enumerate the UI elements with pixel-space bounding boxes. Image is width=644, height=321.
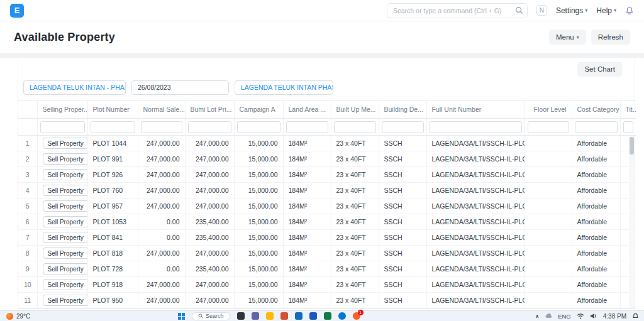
column-header-title[interactable]: Tit... — [620, 101, 636, 119]
taskbar-search-label: Search — [206, 313, 224, 319]
table-row: 10Sell PropertyPLOT 918247,000.00247,000… — [18, 277, 636, 293]
sell-property-button[interactable]: Sell Property — [43, 153, 88, 165]
cell-normal_sale: 247,000.00 — [138, 183, 185, 199]
cell-action: Sell Property — [37, 214, 87, 230]
column-filter-input-building[interactable] — [382, 121, 424, 133]
column-filter-input-title[interactable] — [623, 121, 634, 133]
cell-cost: Affordable — [572, 183, 620, 199]
sell-property-button[interactable]: Sell Property — [43, 169, 88, 180]
cell-action: Sell Property — [37, 293, 87, 308]
sell-property-button[interactable]: Sell Property — [43, 200, 88, 212]
table-filter-row — [18, 119, 636, 136]
sell-property-button[interactable]: Sell Property — [43, 138, 88, 149]
row-number: 9 — [18, 261, 37, 277]
cell-action: Sell Property — [37, 151, 87, 167]
cell-normal_sale: 247,000.00 — [138, 199, 185, 214]
language-indicator[interactable]: ENG — [558, 313, 571, 320]
table-scrollbar[interactable] — [629, 136, 635, 308]
teams-icon[interactable] — [252, 312, 259, 320]
project-filter[interactable]: LAGENDA TELUK INTAN - PHASE 3A — [23, 80, 126, 95]
column-filter-input-action[interactable] — [40, 121, 85, 133]
cell-plot: PLOT 918 — [87, 277, 138, 293]
user-avatar[interactable]: N — [536, 5, 547, 16]
cell-cost: Affordable — [572, 214, 620, 230]
firefox-icon[interactable]: 1 — [353, 312, 360, 320]
sell-property-button[interactable]: Sell Property — [43, 263, 88, 275]
app-logo[interactable]: E — [10, 4, 24, 18]
column-header-normal_sale[interactable]: Normal Sale... — [138, 101, 185, 119]
column-header-building[interactable]: Building De... — [379, 101, 426, 119]
start-button-icon[interactable] — [178, 313, 185, 320]
column-filter-input-built[interactable] — [334, 121, 376, 133]
sell-property-button[interactable]: Sell Property — [43, 216, 88, 227]
column-header-campaign[interactable]: Campaign A — [234, 101, 283, 119]
cell-full_unit: LAGENDA/3A/LTI/SSCH-IL-PLOT ... — [426, 261, 525, 277]
cell-floor — [525, 199, 572, 214]
sell-property-button[interactable]: Sell Property — [43, 232, 88, 243]
clock-icon[interactable] — [237, 312, 245, 320]
sell-property-button[interactable]: Sell Property — [43, 295, 88, 306]
cell-cost: Affordable — [572, 277, 620, 293]
excel-icon[interactable] — [324, 312, 331, 320]
column-header-floor[interactable]: Floor Level — [525, 101, 572, 119]
cell-full_unit: LAGENDA/3A/LTI/SSCH-IL-PLOT ... — [426, 167, 525, 183]
column-filter-input-bumi[interactable] — [188, 121, 231, 133]
cell-bumi: 247,000.00 — [185, 151, 234, 167]
cell-campaign: 15,000.00 — [234, 151, 283, 167]
sell-property-button[interactable]: Sell Property — [43, 279, 88, 290]
column-filter-input-floor[interactable] — [528, 121, 569, 133]
taskbar-widgets[interactable]: 29°C — [0, 313, 30, 320]
date-filter[interactable]: 26/08/2023 — [131, 80, 229, 95]
filter-cell-full_unit — [426, 119, 525, 136]
bell-icon[interactable] — [625, 6, 634, 15]
clock-label[interactable]: 4:38 PM — [603, 313, 626, 320]
column-header-num[interactable] — [18, 101, 37, 119]
table-row: 9Sell PropertyPLOT 7280.00235,400.0015,0… — [18, 261, 636, 277]
word-icon[interactable] — [309, 312, 317, 320]
cell-normal_sale: 247,000.00 — [138, 246, 185, 261]
cell-floor — [525, 293, 572, 308]
powerpoint-icon[interactable] — [280, 312, 288, 320]
column-header-bumi[interactable]: Bumi Lot Pri... — [185, 101, 234, 119]
filter-cell-land — [283, 119, 331, 136]
cell-campaign: 15,000.00 — [234, 261, 283, 277]
taskbar-search[interactable]: Search — [192, 312, 230, 320]
column-filter-input-full_unit[interactable] — [430, 121, 522, 133]
column-header-cost[interactable]: Cost Category — [572, 101, 620, 119]
column-header-full_unit[interactable]: Full Unit Number — [426, 101, 525, 119]
column-header-action[interactable]: Selling Proper... — [37, 101, 87, 119]
cell-campaign: 15,000.00 — [234, 293, 283, 308]
sell-property-button[interactable]: Sell Property — [43, 185, 88, 196]
settings-menu[interactable]: Settings ▾ — [556, 6, 587, 15]
menu-button[interactable]: Menu ▾ — [549, 30, 586, 45]
search-input[interactable] — [387, 3, 528, 18]
column-filter-input-plot[interactable] — [91, 121, 135, 133]
notification-center-icon[interactable] — [632, 313, 639, 320]
cell-floor — [525, 183, 572, 199]
cell-normal_sale: 0.00 — [138, 230, 185, 246]
edge-icon[interactable] — [338, 312, 346, 320]
set-chart-button[interactable]: Set Chart — [577, 62, 622, 77]
column-filter-input-cost[interactable] — [575, 121, 618, 133]
column-filter-input-campaign[interactable] — [237, 121, 280, 133]
outlook-icon[interactable] — [295, 312, 303, 320]
column-header-plot[interactable]: Plot Number — [87, 101, 138, 119]
cell-building: SSCH — [379, 183, 426, 199]
sell-property-button[interactable]: Sell Property — [43, 248, 88, 259]
cell-bumi: 247,000.00 — [185, 136, 234, 151]
column-header-built[interactable]: Built Up Me... — [331, 101, 379, 119]
wifi-icon[interactable] — [577, 313, 584, 319]
column-header-land[interactable]: Land Area ... — [283, 101, 331, 119]
onedrive-icon[interactable] — [545, 313, 552, 318]
volume-icon[interactable] — [590, 313, 597, 319]
file-explorer-icon[interactable] — [266, 312, 274, 320]
help-menu[interactable]: Help ▾ — [596, 6, 616, 15]
refresh-button[interactable]: Refresh — [591, 30, 630, 45]
column-filter-input-land[interactable] — [286, 121, 328, 133]
scrollbar-thumb[interactable] — [630, 137, 634, 155]
column-filter-input-normal_sale[interactable] — [141, 121, 182, 133]
cell-bumi: 247,000.00 — [185, 277, 234, 293]
tray-expand-icon[interactable]: ∧ — [535, 313, 539, 319]
filter-cell-plot — [87, 119, 138, 136]
phase-filter[interactable]: LAGENDA TELUK INTAN PHASE 3A - — [235, 80, 333, 95]
